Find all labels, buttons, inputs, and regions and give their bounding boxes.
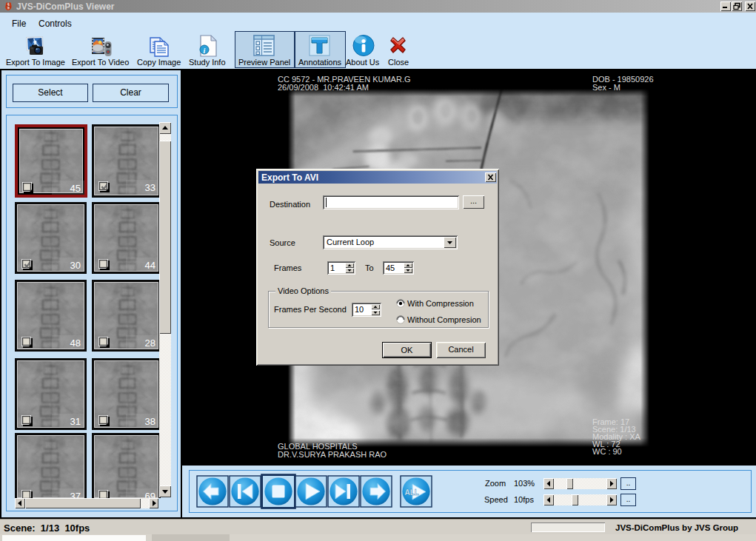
svg-text:i: i [204,47,206,55]
svg-text:ALL: ALL [405,488,419,497]
